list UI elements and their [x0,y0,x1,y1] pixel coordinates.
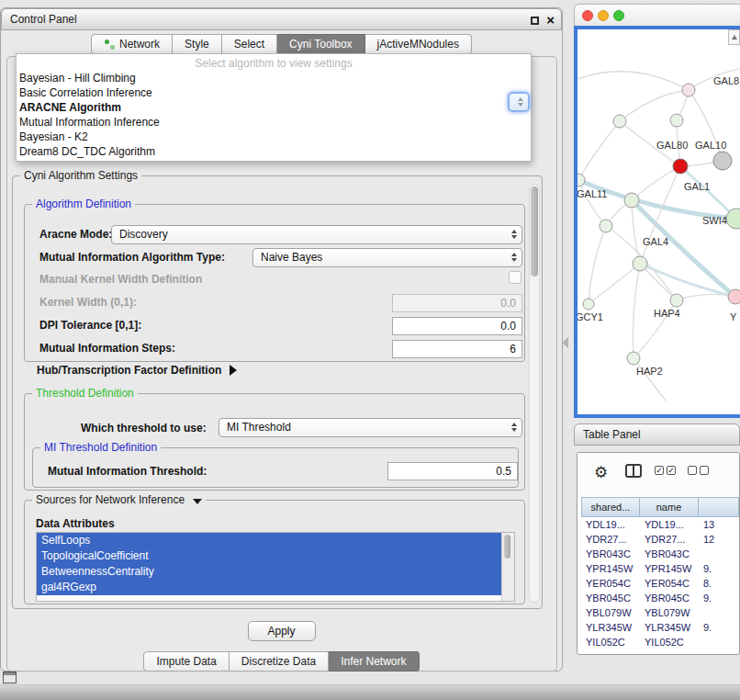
network-node[interactable] [574,174,585,186]
cyni-settings-title: Cyni Algorithm Settings [20,169,141,182]
network-node[interactable] [633,256,647,271]
attribute-rows: SelfLoopsTopologicalCoefficientBetweenne… [37,533,502,601]
network-node-label: GAL4 [643,236,668,247]
app-background: Control Panel × NetworkStyleSelectCyni T… [0,0,740,700]
close-icon[interactable]: × [546,14,555,27]
mi-steps-field[interactable]: 6 [392,340,522,358]
select-all-columns-icon[interactable]: ✓ ✓ [655,466,676,475]
table-row[interactable]: YPR145WYPR145W9. [581,561,739,576]
table-row[interactable]: YBL079WYBL079W [581,605,739,620]
dpi-tolerance-field[interactable]: 0.0 [392,317,522,335]
column-header[interactable]: shared... [581,497,640,517]
network-node[interactable] [713,152,732,170]
zoom-traffic-light[interactable] [613,10,624,21]
table-row[interactable]: YDL19...YDL19...13 [581,517,739,532]
table-settings-gear-icon[interactable]: ⚙ [594,464,608,482]
combo-arrows-icon [511,423,517,432]
table-row[interactable]: YDR27...YDR27...12 [581,532,739,547]
manual-kernel-checkbox[interactable] [509,271,521,284]
data-attributes-list[interactable]: SelfLoopsTopologicalCoefficientBetweenne… [36,532,515,602]
tab-infer-network[interactable]: Infer Network [329,651,419,672]
table-cell: YBL079W [581,605,640,620]
apply-button[interactable]: Apply [248,621,316,641]
column-selector-icon[interactable] [625,464,642,478]
table-panel-titlebar[interactable]: Table Panel [574,423,740,446]
column-header[interactable]: name [640,497,699,517]
combo-arrows-icon [518,97,523,107]
attributes-scrollbar[interactable] [501,533,514,601]
table-row[interactable]: YBR045CYBR045C9. [581,591,739,605]
tab-discretize-data[interactable]: Discretize Data [230,651,329,672]
tab-select[interactable]: Select [222,34,277,54]
aracne-mode-combo[interactable]: Discovery [111,225,522,244]
close-traffic-light[interactable] [582,10,593,21]
float-window-icon[interactable] [531,17,539,25]
tab-style[interactable]: Style [173,34,222,54]
table-row[interactable]: YLR345WYLR345W9. [581,620,739,635]
minimized-window-icon[interactable] [3,672,17,683]
attribute-item[interactable]: gal4RGexp [37,580,502,595]
algorithm-option[interactable]: Dream8 DC_TDC Algorithm [17,144,531,159]
sources-group-title[interactable]: Sources for Network Inference [32,493,206,506]
network-node[interactable] [624,193,639,208]
network-node-label: HAP4 [654,308,680,319]
which-threshold-combo[interactable]: MI Threshold [219,418,522,437]
combo-arrows-icon [511,230,517,239]
algorithm-option[interactable]: ARACNE Algorithm [17,100,531,115]
network-node[interactable] [728,289,740,304]
scrollbar-thumb[interactable] [504,535,510,559]
algorithm-combo-focus-ring[interactable] [508,92,530,112]
tab-network[interactable]: Network [91,34,173,54]
table-row[interactable]: YIL052CYIL052C [581,635,739,649]
control-panel-titlebar[interactable]: Control Panel × [1,8,562,30]
network-node[interactable] [600,220,612,232]
table-panel-window: ⚙ ✓ ✓ shared...name YDL19...YDL19...13YD… [577,452,740,655]
table-cell: YDR27... [581,532,640,547]
attribute-item[interactable]: TopologicalCoefficient [37,548,502,564]
network-scroll-up-button[interactable] [728,29,740,45]
algorithm-option[interactable]: Bayesian - K2 [17,130,531,144]
minimize-traffic-light[interactable] [598,10,609,21]
control-panel-tabbar: NetworkStyleSelectCyni ToolboxjActiveMNo… [1,34,562,54]
split-divider-handle[interactable] [562,337,568,348]
network-node[interactable] [682,84,695,96]
network-node[interactable] [627,352,640,365]
network-node[interactable] [583,299,594,310]
threshold-definition-title: Threshold Definition [32,387,138,400]
unchecked-box-icon [700,466,709,475]
table-panel-title: Table Panel [583,424,641,446]
network-window-titlebar[interactable] [574,4,740,26]
mi-threshold-group-title: MI Threshold Definition [40,441,161,454]
table-row[interactable]: YBR043CYBR043C [581,547,739,561]
table-header: shared...name [581,497,739,517]
kernel-width-field[interactable]: 0.0 [392,294,522,312]
column-header[interactable] [699,497,739,517]
algorithm-option[interactable]: Bayesian - Hill Climbing [17,71,531,85]
network-node[interactable] [613,115,626,128]
tab-jactivemnodules[interactable]: jActiveMNodules [365,34,472,54]
settings-scrollbar[interactable] [529,184,540,603]
table-cell: YDR27... [640,532,699,547]
hub-tf-definition-toggle[interactable]: Hub/Transcription Factor Definition [37,364,237,377]
mi-threshold-field[interactable]: 0.5 [387,462,518,480]
which-threshold-value: MI Threshold [227,419,291,436]
mi-threshold-label: Mutual Information Threshold: [48,465,207,478]
algorithm-option[interactable]: Mutual Information Inference [17,115,531,130]
attribute-item[interactable]: BetweennessCentrality [37,564,502,580]
network-node[interactable] [670,294,683,307]
aracne-mode-label: Aracne Mode: [39,228,112,241]
dpi-tolerance-label: DPI Tolerance [0,1]: [39,319,141,332]
tab-cyni-toolbox[interactable]: Cyni Toolbox [277,34,364,54]
attribute-item[interactable]: SelfLoops [37,533,502,548]
data-attributes-label: Data Attributes [36,517,115,530]
network-node[interactable] [670,114,683,127]
tab-impute-data[interactable]: Impute Data [143,651,229,672]
table-row[interactable]: YER054CYER054C8. [581,576,739,591]
mi-algorithm-type-combo[interactable]: Naive Bayes [252,248,522,267]
scrollbar-thumb[interactable] [531,186,538,277]
network-canvas[interactable]: GAL8GAL80GAL10GAL11GAL1SWI4GAL4GCY1HAP4Y… [574,26,740,418]
table-cell: YPR145W [581,561,640,576]
deselect-all-columns-icon[interactable] [688,466,709,475]
algorithm-option[interactable]: Basic Correlation Inference [17,85,531,100]
network-node[interactable] [673,159,688,174]
